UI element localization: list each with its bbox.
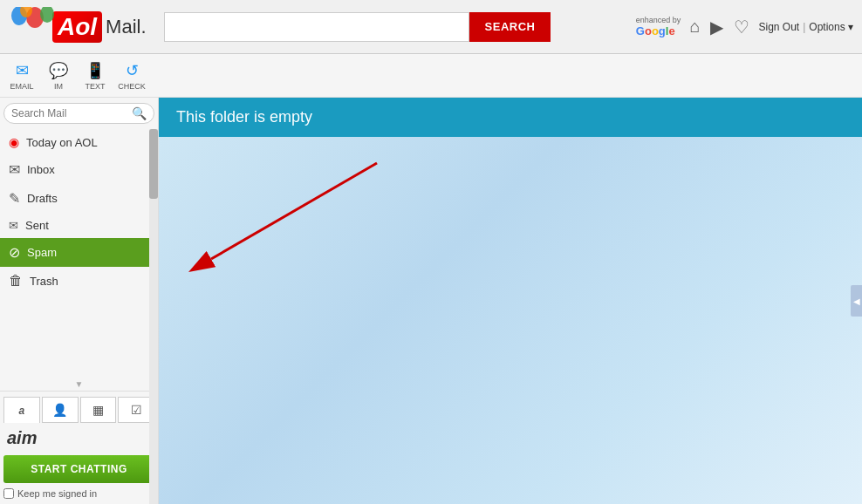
trash-label: Trash: [30, 275, 58, 288]
check-toolbar-button[interactable]: ↺ CHECK: [113, 57, 150, 95]
options-link[interactable]: Options ▾: [809, 21, 853, 33]
app-header: Aol Mail. SEARCH enhanced by Google ⌂ ▶ …: [0, 0, 862, 54]
im-toolbar-button[interactable]: 💬 IM: [40, 57, 77, 95]
header-search-container: SEARCH: [164, 12, 620, 42]
search-mail-input[interactable]: [11, 107, 128, 119]
content-body: [159, 137, 862, 504]
aol-nav-icon: ◉: [9, 135, 19, 149]
main-layout: 🔍 ◉ Today on AOL ✉ Inbox ✎ Drafts ✉ Sent…: [0, 98, 862, 504]
heart-icon[interactable]: ♡: [734, 17, 749, 37]
content-header: This folder is empty: [159, 98, 862, 137]
im-label: IM: [54, 82, 63, 91]
keep-signed-in-row: Keep me signed in: [3, 488, 154, 499]
svg-line-5: [211, 163, 377, 259]
check-icon: ↺: [126, 61, 139, 80]
calendar-icon: ▦: [92, 403, 104, 417]
header-icons: ⌂ ▶ ♡: [689, 17, 749, 37]
calendar-tab[interactable]: ▦: [80, 397, 117, 423]
sidebar-item-today-aol[interactable]: ◉ Today on AOL: [0, 129, 158, 155]
mail-text: Mail.: [106, 16, 146, 38]
spam-icon: ⊘: [9, 244, 20, 261]
video-icon[interactable]: ▶: [710, 17, 723, 37]
sidebar-scrollbar[interactable]: [149, 129, 158, 504]
search-mail-bar: 🔍: [3, 103, 154, 124]
folder-empty-message: This folder is empty: [176, 108, 312, 126]
aim-logo: aim: [3, 428, 154, 448]
today-aol-label: Today on AOL: [26, 136, 98, 149]
bottom-tabs: a 👤 ▦ ☑: [3, 397, 154, 423]
sidebar-collapse-button[interactable]: ◀: [851, 285, 862, 317]
sidebar-item-spam[interactable]: ⊘ Spam: [0, 238, 158, 267]
collapse-icon: ◀: [853, 296, 860, 306]
contacts-tab[interactable]: 👤: [42, 397, 79, 423]
nav-list: ◉ Today on AOL ✉ Inbox ✎ Drafts ✉ Sent ⊘…: [0, 129, 158, 378]
keep-signed-in-checkbox[interactable]: [3, 488, 14, 499]
header-search-button[interactable]: SEARCH: [469, 12, 551, 42]
inbox-icon: ✉: [9, 161, 20, 178]
contacts-icon: 👤: [52, 403, 67, 417]
sent-icon: ✉: [9, 219, 18, 232]
aol-logo: Aol Mail.: [9, 7, 147, 46]
email-icon: ✉: [16, 61, 29, 80]
sent-label: Sent: [25, 219, 49, 232]
tasks-icon: ☑: [131, 403, 142, 417]
sidebar-scroll-thumb: [149, 129, 158, 199]
trash-icon: 🗑: [9, 273, 23, 289]
drafts-icon: ✎: [9, 190, 20, 207]
main-toolbar: ✉ EMAIL 💬 IM 📱 TEXT ↺ CHECK: [0, 54, 862, 98]
sidebar-item-trash[interactable]: 🗑 Trash: [0, 267, 158, 295]
sidebar: 🔍 ◉ Today on AOL ✉ Inbox ✎ Drafts ✉ Sent…: [0, 98, 159, 504]
sidebar-item-drafts[interactable]: ✎ Drafts: [0, 184, 158, 213]
text-toolbar-button[interactable]: 📱 TEXT: [77, 57, 113, 95]
google-enhanced-label: enhanced by Google: [636, 16, 681, 37]
sign-out-link[interactable]: Sign Out: [758, 21, 799, 33]
sidebar-item-sent[interactable]: ✉ Sent: [0, 213, 158, 238]
start-chatting-button[interactable]: START CHATTING: [3, 455, 154, 483]
sidebar-item-inbox[interactable]: ✉ Inbox: [0, 155, 158, 184]
check-label: CHECK: [118, 82, 146, 91]
email-toolbar-button[interactable]: ✉ EMAIL: [3, 57, 40, 95]
aim-tab[interactable]: a: [3, 397, 40, 423]
email-label: EMAIL: [10, 82, 33, 91]
home-icon[interactable]: ⌂: [689, 17, 700, 37]
drafts-label: Drafts: [27, 192, 58, 205]
text-label: TEXT: [85, 82, 105, 91]
search-mail-icon: 🔍: [132, 106, 147, 120]
keep-signed-in-label: Keep me signed in: [17, 488, 97, 499]
content-area: ◀ This folder is empty: [159, 98, 862, 504]
red-arrow-annotation: [159, 137, 421, 355]
aol-text: Aol: [52, 11, 102, 43]
header-search-input[interactable]: [164, 12, 469, 42]
im-icon: 💬: [49, 61, 68, 80]
text-icon: 📱: [86, 61, 105, 80]
header-user-actions: Sign Out | Options ▾: [758, 21, 853, 33]
inbox-label: Inbox: [27, 163, 55, 176]
spam-label: Spam: [27, 246, 57, 259]
aim-tab-icon: a: [19, 405, 25, 417]
sidebar-bottom: a 👤 ▦ ☑ aim START CHATTING Keep me signe…: [0, 391, 158, 504]
